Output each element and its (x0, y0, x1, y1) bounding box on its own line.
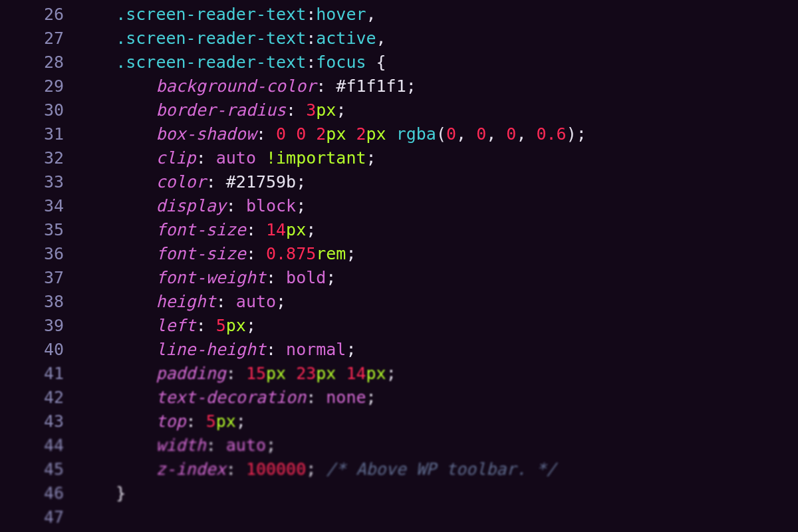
line-number: 34 (0, 194, 76, 218)
token-unit: px (366, 364, 386, 383)
token-punc: ; (346, 340, 356, 359)
line-number: 29 (0, 74, 76, 98)
token-unit: px (326, 124, 356, 144)
code-content[interactable]: width: auto; (76, 434, 798, 458)
code-content[interactable]: clip: auto !important; (76, 146, 798, 170)
token-unit: px (316, 100, 336, 120)
token-num: 14 (266, 220, 286, 239)
token-punc: ; (266, 436, 276, 455)
token-hex: #21759b (226, 172, 296, 192)
code-line[interactable]: 30 border-radius: 3px; (0, 98, 798, 122)
code-content[interactable]: height: auto; (76, 290, 798, 314)
token-imp: !important (266, 148, 366, 168)
token-punc: ; (346, 244, 356, 263)
code-line[interactable]: 46 } (0, 481, 798, 505)
token-punc: : (206, 172, 226, 192)
token-punc: ) (567, 124, 577, 144)
code-line[interactable]: 45 z-index: 100000; /* Above WP toolbar.… (0, 458, 798, 481)
code-content[interactable]: } (76, 481, 798, 505)
token-punc: ; (276, 292, 286, 311)
token-prop: clip (156, 148, 196, 168)
code-content[interactable]: border-radius: 3px; (76, 98, 798, 122)
code-line[interactable]: 39 left: 5px; (0, 314, 798, 338)
code-line[interactable]: 32 clip: auto !important; (0, 146, 798, 170)
code-content[interactable]: .screen-reader-text:active, (76, 27, 798, 51)
line-number: 31 (0, 122, 76, 146)
token-unit: rem (316, 244, 346, 263)
token-sel: .screen-reader-text (116, 53, 306, 72)
token-punc: ; (246, 316, 256, 335)
token-prop: border-radius (156, 100, 286, 120)
token-punc: ; (336, 100, 346, 120)
token-prop: text-decoration (156, 388, 306, 407)
token-punc: : (246, 220, 266, 239)
code-line[interactable]: 38 height: auto; (0, 290, 798, 314)
line-number: 40 (0, 338, 76, 362)
token-punc: ; (386, 364, 396, 383)
code-line[interactable]: 27 .screen-reader-text:active, (0, 27, 798, 51)
token-punc: ( (436, 124, 446, 144)
token-punc: : (226, 460, 246, 479)
code-content[interactable]: text-decoration: none; (76, 386, 798, 410)
code-line[interactable]: 41 padding: 15px 23px 14px; (0, 362, 798, 386)
token-punc: ; (366, 388, 376, 407)
line-number: 46 (0, 481, 76, 505)
code-content[interactable]: font-size: 14px; (76, 218, 798, 242)
token-punc: , (516, 124, 536, 144)
token-unit: px (216, 412, 236, 431)
line-number: 30 (0, 98, 76, 122)
token-fn: rgba (396, 124, 436, 144)
token-prop: top (156, 412, 186, 431)
token-punc: ; (236, 412, 246, 431)
code-content[interactable]: padding: 15px 23px 14px; (76, 362, 798, 386)
code-line[interactable]: 37 font-weight: bold; (0, 266, 798, 290)
token-punc: ; (577, 124, 587, 144)
code-content[interactable]: font-size: 0.875rem; (76, 242, 798, 266)
token-comma: , (376, 29, 386, 48)
token-kw: none (326, 388, 366, 407)
code-line[interactable]: 40 line-height: normal; (0, 338, 798, 362)
code-content[interactable] (76, 505, 798, 529)
token-prop: z-index (156, 460, 225, 479)
code-line[interactable]: 26 .screen-reader-text:hover, (0, 3, 798, 27)
code-line[interactable]: 29 background-color: #f1f1f1; (0, 74, 798, 98)
code-content[interactable]: .screen-reader-text:hover, (76, 3, 798, 27)
code-line[interactable]: 36 font-size: 0.875rem; (0, 242, 798, 266)
code-content[interactable]: background-color: #f1f1f1; (76, 74, 798, 98)
token-punc: : (316, 76, 336, 96)
token-kw: block (246, 196, 296, 215)
code-content[interactable]: display: block; (76, 194, 798, 218)
token-punc: : (266, 268, 286, 287)
code-content[interactable]: left: 5px; (76, 314, 798, 338)
code-line[interactable]: 35 font-size: 14px; (0, 218, 798, 242)
code-line[interactable]: 42 text-decoration: none; (0, 386, 798, 410)
token-prop: box-shadow (156, 124, 256, 144)
token-kw: bold (286, 268, 326, 287)
code-content[interactable]: top: 5px; (76, 410, 798, 434)
token-num: 15 (246, 364, 266, 383)
line-number: 43 (0, 410, 76, 434)
code-content[interactable]: .screen-reader-text:focus { (76, 51, 798, 74)
code-line[interactable]: 33 color: #21759b; (0, 170, 798, 194)
token-punc: , (486, 124, 506, 144)
code-line[interactable]: 31 box-shadow: 0 0 2px 2px rgba(0, 0, 0,… (0, 122, 798, 146)
code-content[interactable]: box-shadow: 0 0 2px 2px rgba(0, 0, 0, 0.… (76, 122, 798, 146)
code-line[interactable]: 44 width: auto; (0, 434, 798, 458)
code-line[interactable]: 47 (0, 505, 798, 529)
token-unit: px (286, 220, 306, 239)
code-content[interactable]: line-height: normal; (76, 338, 798, 362)
token-punc: : (306, 29, 316, 48)
token-num: 0 0 (276, 124, 316, 144)
token-prop: height (156, 292, 215, 311)
code-line[interactable]: 34 display: block; (0, 194, 798, 218)
code-content[interactable]: font-weight: bold; (76, 266, 798, 290)
line-number: 32 (0, 146, 76, 170)
code-content[interactable]: z-index: 100000; /* Above WP toolbar. */ (76, 458, 798, 481)
code-editor[interactable]: 26 .screen-reader-text:hover,27 .screen-… (0, 0, 798, 529)
token-unit: px (226, 316, 246, 335)
code-line[interactable]: 43 top: 5px; (0, 410, 798, 434)
token-sel: hover (316, 5, 366, 24)
code-line[interactable]: 28 .screen-reader-text:focus { (0, 51, 798, 74)
code-content[interactable]: color: #21759b; (76, 170, 798, 194)
line-number: 28 (0, 51, 76, 74)
